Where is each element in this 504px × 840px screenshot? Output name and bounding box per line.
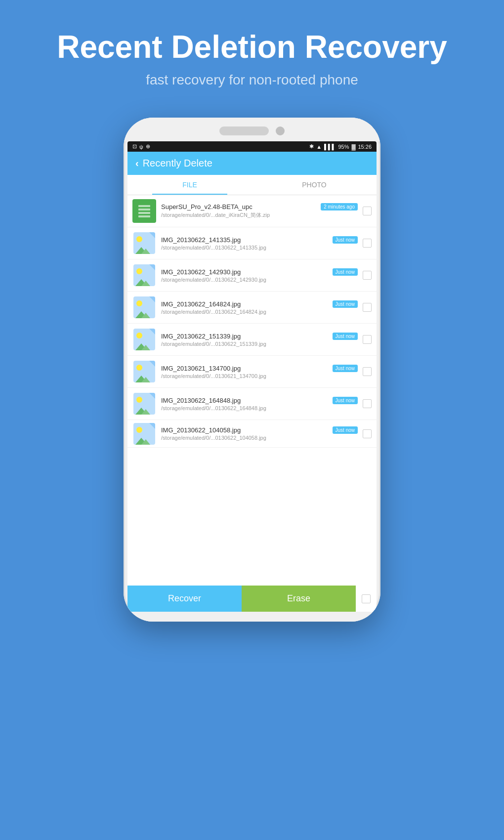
file-name: IMG_20130622_141335.jpg: [161, 236, 330, 244]
file-name: IMG_20130622_151339.jpg: [161, 333, 330, 340]
status-bar: ⊡ ψ ⊕ ✱ ▲ ▌▌▌ 95% ▓ 15:26: [127, 141, 377, 152]
file-checkbox[interactable]: [363, 271, 372, 280]
file-name: IMG_20130622_164824.jpg: [161, 300, 330, 308]
time-badge: Just now: [333, 365, 358, 372]
file-name: IMG_20130621_134700.jpg: [161, 365, 330, 372]
bottom-action-bar: Recover Erase: [127, 586, 377, 612]
header-section: Recent Deletion Recovery fast recovery f…: [37, 0, 467, 108]
file-name: SuperSU_Pro_v2.48-BETA_upc: [161, 203, 318, 210]
time-badge: 2 minutes ago: [321, 203, 358, 210]
file-checkbox[interactable]: [363, 335, 372, 344]
list-item: IMG_20130621_134700.jpg Just now /storag…: [127, 356, 377, 388]
tab-photo[interactable]: PHOTO: [252, 175, 377, 195]
file-path: /storage/emulated/0/...0130622_164848.jp…: [161, 405, 358, 411]
battery-pct: 95%: [338, 144, 349, 150]
app-header-title: Recently Delete: [143, 158, 212, 169]
file-name: IMG_20130622_142930.jpg: [161, 268, 330, 276]
file-info: SuperSU_Pro_v2.48-BETA_upc 2 minutes ago…: [161, 203, 358, 219]
phone-screen: ⊡ ψ ⊕ ✱ ▲ ▌▌▌ 95% ▓ 15:26 ‹ Recently Del…: [127, 141, 377, 612]
file-checkbox[interactable]: [363, 207, 372, 215]
location-icon: ⊕: [146, 143, 150, 150]
file-info: IMG_20130622_151339.jpg Just now /storag…: [161, 333, 358, 347]
phone-frame: ⊡ ψ ⊕ ✱ ▲ ▌▌▌ 95% ▓ 15:26 ‹ Recently Del…: [124, 118, 380, 622]
img-file-icon: [132, 231, 156, 255]
phone-speaker: [219, 126, 269, 135]
time-badge: Just now: [333, 236, 358, 244]
img-file-icon: [132, 360, 156, 383]
file-path: /storage/emulated/0/...0130622_104058.jp…: [161, 435, 358, 441]
list-item: IMG_20130622_164848.jpg Just now /storag…: [127, 388, 377, 420]
list-item: IMG_20130622_141335.jpg Just now /storag…: [127, 227, 377, 259]
tab-bar: FILE PHOTO: [127, 175, 377, 195]
zip-file-icon: [132, 199, 156, 223]
erase-button[interactable]: Erase: [242, 586, 356, 612]
list-item: IMG_20130622_104058.jpg Just now /storag…: [127, 420, 377, 448]
img-file-icon: [132, 263, 156, 287]
bluetooth-icon: ✱: [309, 143, 314, 150]
time-badge: Just now: [333, 333, 358, 340]
phone-top-bar: [124, 118, 380, 141]
file-checkbox[interactable]: [363, 367, 372, 376]
file-info: IMG_20130622_141335.jpg Just now /storag…: [161, 236, 358, 251]
battery-icon: ▓: [351, 144, 355, 150]
img-file-icon: [132, 392, 156, 416]
phone-container: ⊡ ψ ⊕ ✱ ▲ ▌▌▌ 95% ▓ 15:26 ‹ Recently Del…: [124, 118, 380, 622]
time-badge: Just now: [333, 268, 358, 276]
list-item: SuperSU_Pro_v2.48-BETA_upc 2 minutes ago…: [127, 195, 377, 227]
status-right-icons: ✱ ▲ ▌▌▌ 95% ▓ 15:26: [309, 143, 372, 150]
usb2-icon: ψ: [139, 144, 143, 150]
usb-icon: ⊡: [132, 143, 137, 150]
app-header: ‹ Recently Delete: [127, 152, 377, 175]
file-checkbox[interactable]: [363, 239, 372, 248]
time-badge: Just now: [333, 300, 358, 308]
file-name: IMG_20130622_164848.jpg: [161, 397, 330, 404]
file-info: IMG_20130622_104058.jpg Just now /storag…: [161, 426, 358, 441]
file-checkbox[interactable]: [363, 399, 372, 408]
signal-icon: ▌▌▌: [324, 144, 336, 150]
list-item: IMG_20130622_151339.jpg Just now /storag…: [127, 324, 377, 356]
wifi-icon: ▲: [316, 144, 322, 150]
file-path: /storage/emulated/0/...0130622_141335.jp…: [161, 245, 358, 251]
recover-button[interactable]: Recover: [127, 586, 242, 612]
file-path: /storage/emulated/0/...date_iKiraCN_简体.z…: [161, 211, 358, 219]
file-path: /storage/emulated/0/...0130622_151339.jp…: [161, 341, 358, 347]
select-all-checkbox[interactable]: [356, 586, 377, 612]
time-badge: Just now: [333, 397, 358, 404]
file-path: /storage/emulated/0/...0130621_134700.jp…: [161, 373, 358, 379]
time-badge: Just now: [333, 426, 358, 434]
back-arrow-icon[interactable]: ‹: [135, 158, 139, 169]
file-info: IMG_20130622_164848.jpg Just now /storag…: [161, 397, 358, 411]
file-checkbox[interactable]: [363, 429, 372, 438]
file-path: /storage/emulated/0/...0130622_164824.jp…: [161, 309, 358, 315]
page-subtitle: fast recovery for non-rooted phone: [57, 72, 447, 88]
list-item: IMG_20130622_164824.jpg Just now /storag…: [127, 292, 377, 324]
phone-camera: [276, 126, 285, 135]
clock: 15:26: [358, 144, 372, 150]
list-item: IMG_20130622_142930.jpg Just now /storag…: [127, 259, 377, 292]
file-list: SuperSU_Pro_v2.48-BETA_upc 2 minutes ago…: [127, 195, 377, 586]
file-info: IMG_20130621_134700.jpg Just now /storag…: [161, 365, 358, 379]
file-path: /storage/emulated/0/...0130622_142930.jp…: [161, 277, 358, 283]
phone-bottom: [124, 612, 380, 622]
tab-file[interactable]: FILE: [127, 175, 252, 195]
img-file-icon: [132, 422, 156, 446]
file-name: IMG_20130622_104058.jpg: [161, 426, 330, 434]
img-file-icon: [132, 328, 156, 351]
file-checkbox[interactable]: [363, 303, 372, 312]
status-left-icons: ⊡ ψ ⊕: [132, 143, 150, 150]
img-file-icon: [132, 295, 156, 319]
file-info: IMG_20130622_164824.jpg Just now /storag…: [161, 300, 358, 315]
file-info: IMG_20130622_142930.jpg Just now /storag…: [161, 268, 358, 283]
page-title: Recent Deletion Recovery: [57, 30, 447, 64]
